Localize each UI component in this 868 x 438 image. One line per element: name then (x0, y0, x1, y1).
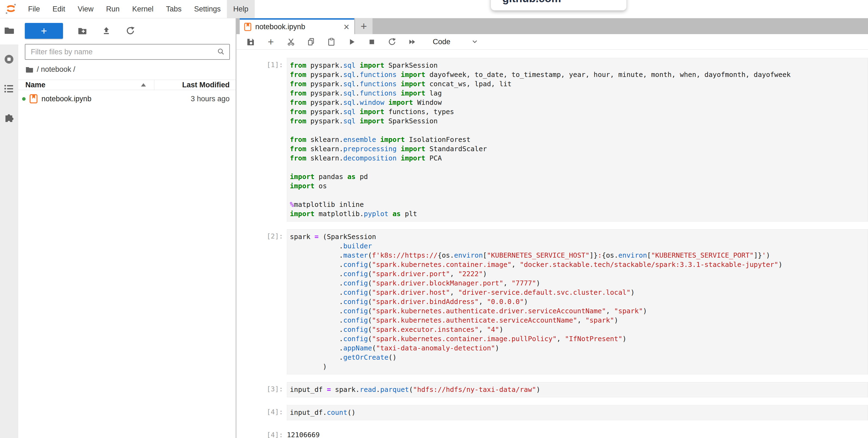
upload-icon[interactable] (102, 26, 111, 35)
filter-files-input[interactable] (25, 44, 230, 60)
menu-run[interactable]: Run (100, 0, 126, 18)
cut-cells-icon[interactable] (287, 37, 295, 46)
notebook-content[interactable]: [1]:from pyspark.sql import SparkSession… (237, 50, 868, 438)
menu-file[interactable]: File (22, 0, 46, 18)
cell-editor[interactable]: input_df = spark.read.parquet("hdfs://hd… (287, 382, 868, 397)
breadcrumb-path: / notebook / (37, 65, 75, 74)
new-launcher-button[interactable]: + (25, 23, 63, 39)
restart-kernel-icon[interactable] (388, 37, 396, 46)
file-browser-panel: + (18, 18, 237, 438)
input-prompt: [2]: (237, 229, 287, 374)
dock-tab-bar: notebook.ipynb × + (237, 18, 868, 34)
menu-help[interactable]: Help (227, 0, 255, 18)
column-header-name[interactable]: Name (18, 81, 141, 89)
input-prompt: [4]: (237, 405, 287, 420)
file-browser-icon[interactable] (4, 25, 14, 36)
file-list-header: Name Last Modified (18, 80, 236, 90)
notebook-tab-icon (244, 23, 251, 31)
menu-bar: File Edit View Run Kernel Tabs Settings … (0, 0, 868, 18)
code-cell: [3]:input_df = spark.read.parquet("hdfs:… (237, 382, 868, 397)
paste-cells-icon[interactable] (327, 37, 336, 46)
input-prompt: [3]: (237, 382, 287, 397)
menu-tabs[interactable]: Tabs (160, 0, 188, 18)
popup-site-name: github.com (502, 0, 561, 6)
menu-edit[interactable]: Edit (46, 0, 72, 18)
cell-type-select[interactable]: Code (433, 38, 451, 46)
sort-ascending-icon (141, 83, 146, 87)
notebook-file-icon (29, 94, 38, 104)
menu-settings[interactable]: Settings (188, 0, 227, 18)
jupyterlab-window: File Edit View Run Kernel Tabs Settings … (0, 0, 868, 438)
jupyter-logo-icon (0, 0, 22, 18)
breadcrumb[interactable]: / notebook / (18, 60, 236, 74)
browser-popup: github.com (491, 0, 626, 10)
notebook-panel: notebook.ipynb × + + (237, 18, 868, 438)
activity-bar (0, 18, 18, 438)
run-cell-icon[interactable] (347, 37, 356, 46)
cell-editor[interactable]: input_df.count() (287, 405, 868, 420)
new-tab-button[interactable]: + (355, 18, 373, 34)
restart-run-all-icon[interactable] (408, 37, 416, 46)
file-name: notebook.ipynb (41, 95, 167, 103)
new-folder-icon[interactable] (78, 26, 87, 35)
input-prompt: [1]: (237, 58, 287, 222)
code-cell: [1]:from pyspark.sql import SparkSession… (237, 58, 868, 222)
tab-close-icon[interactable]: × (342, 23, 350, 31)
refresh-icon[interactable] (126, 26, 135, 35)
output-text: 12106669 (287, 428, 868, 438)
folder-icon (25, 66, 34, 73)
running-kernels-icon[interactable] (4, 54, 14, 65)
cell-editor[interactable]: from pyspark.sql import SparkSessionfrom… (287, 58, 868, 222)
insert-cell-icon[interactable]: + (267, 37, 275, 46)
chevron-down-icon[interactable] (471, 38, 479, 46)
search-icon (217, 48, 225, 56)
menu-kernel[interactable]: Kernel (126, 0, 160, 18)
extension-manager-icon[interactable] (4, 111, 14, 122)
file-row-notebook[interactable]: notebook.ipynb 3 hours ago (18, 93, 236, 105)
output-prompt: [4]: (237, 428, 287, 438)
code-cell: [4]:input_df.count() (237, 405, 868, 420)
copy-cells-icon[interactable] (307, 37, 315, 46)
save-icon[interactable] (246, 37, 255, 46)
kernel-running-dot (22, 97, 26, 101)
cell-editor[interactable]: spark = (SparkSession .builder .master(f… (287, 229, 868, 374)
table-of-contents-icon[interactable] (4, 83, 14, 94)
file-modified: 3 hours ago (167, 95, 236, 103)
menu-view[interactable]: View (71, 0, 100, 18)
code-cell: [2]:spark = (SparkSession .builder .mast… (237, 229, 868, 374)
column-header-last-modified[interactable]: Last Modified (154, 81, 236, 89)
file-browser-toolbar: + (18, 18, 236, 39)
tab-notebook[interactable]: notebook.ipynb × (240, 18, 354, 34)
file-filter (25, 44, 229, 60)
notebook-toolbar: + (237, 34, 868, 50)
interrupt-kernel-icon[interactable] (367, 37, 376, 46)
tab-label: notebook.ipynb (255, 23, 342, 31)
output-area: [4]:12106669 (237, 428, 868, 438)
